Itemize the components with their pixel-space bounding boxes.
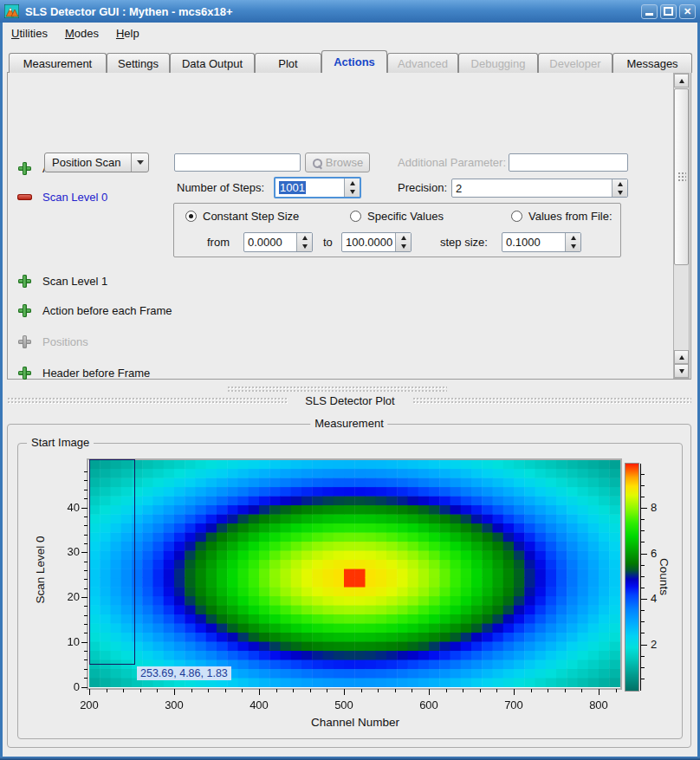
arrow-down-icon — [679, 369, 684, 374]
spin-down-icon[interactable] — [297, 243, 312, 252]
close-button[interactable]: ✕ — [679, 4, 696, 19]
menu-utilities[interactable]: Utilities — [3, 24, 56, 42]
splitter-handle[interactable] — [227, 386, 447, 392]
spin-up-icon[interactable] — [566, 233, 580, 243]
spin-up-icon[interactable] — [396, 233, 411, 243]
scan-level-0-row[interactable]: Scan Level 0 — [17, 191, 107, 204]
additional-parameter-input[interactable] — [509, 153, 628, 172]
scan-mode-dropdown-button[interactable] — [131, 153, 148, 172]
y-minor-tick — [84, 579, 88, 580]
x-minor-tick — [463, 689, 463, 692]
colorbar-major-tick — [640, 508, 647, 509]
action-before-frame-row[interactable]: Action before each Frame — [18, 304, 172, 317]
tab-advanced[interactable]: Advanced — [387, 53, 458, 73]
tab-settings[interactable]: Settings — [107, 53, 170, 73]
chevron-down-icon — [137, 160, 144, 165]
radio-checked-icon[interactable] — [185, 211, 197, 222]
spin-up-icon[interactable] — [612, 179, 627, 188]
precision-spinbox[interactable]: 2 — [451, 179, 628, 198]
spin-down-icon[interactable] — [566, 243, 580, 252]
x-minor-tick — [123, 689, 124, 692]
radio-unchecked-icon[interactable] — [350, 211, 361, 222]
x-major-tick — [344, 689, 345, 695]
y-minor-tick — [84, 525, 88, 526]
colorbar-minor-tick — [640, 485, 645, 486]
colorbar-minor-tick — [640, 576, 645, 577]
colorbar-minor-tick — [640, 656, 645, 657]
heatmap-canvas[interactable] — [88, 460, 620, 688]
actions-scrollbar[interactable] — [673, 73, 690, 379]
header-before-frame-row[interactable]: Header before Frame — [18, 367, 150, 380]
from-spin-buttons[interactable] — [296, 233, 312, 251]
colorbar-tick-label: 6 — [651, 547, 668, 560]
radio-constant-label: Constant Step Size — [203, 210, 299, 223]
colorbar-canvas — [625, 464, 638, 691]
step-size-label: step size: — [440, 236, 488, 249]
x-tick-label: 200 — [68, 698, 111, 711]
num-steps-spinbox[interactable]: 1001 — [274, 177, 361, 198]
spin-up-icon[interactable] — [345, 179, 360, 188]
measurement-title: Measurement — [310, 417, 387, 430]
y-minor-tick — [84, 678, 88, 679]
y-minor-tick — [84, 498, 88, 499]
tab-debugging[interactable]: Debugging — [458, 53, 538, 73]
y-minor-tick — [84, 570, 88, 571]
expand-plus-disabled-icon — [18, 335, 31, 348]
to-spinbox[interactable]: 100.0000 — [341, 232, 412, 252]
cursor-readout: 253.69, 4.86, 1.83 — [137, 666, 231, 680]
scroll-down-button[interactable] — [674, 364, 689, 378]
spin-down-icon[interactable] — [612, 188, 627, 197]
expand-plus-icon[interactable] — [18, 275, 31, 288]
y-minor-tick — [84, 615, 88, 616]
tab-messages[interactable]: Messages — [612, 53, 692, 73]
radio-values-from-file[interactable]: Values from File: — [511, 210, 612, 223]
num-steps-spin-buttons[interactable] — [344, 179, 360, 197]
scroll-up-button-2[interactable] — [674, 350, 689, 364]
spin-down-icon[interactable] — [396, 243, 411, 252]
collapse-minus-icon[interactable] — [17, 194, 32, 200]
radio-unchecked-icon[interactable] — [511, 211, 522, 222]
scan-mode-select[interactable]: Position Scan — [44, 153, 149, 172]
x-tick-label: 400 — [237, 698, 281, 711]
expand-plus-icon[interactable] — [18, 304, 31, 317]
scrollbar-thumb[interactable] — [674, 88, 689, 265]
to-spin-buttons[interactable] — [395, 233, 411, 251]
spin-up-icon[interactable] — [297, 233, 312, 243]
step-size-spin-buttons[interactable] — [565, 233, 580, 251]
y-tick-label: 30 — [50, 545, 80, 558]
scroll-up-button[interactable] — [674, 74, 689, 88]
tab-actions[interactable]: Actions — [321, 50, 387, 73]
positions-row[interactable]: Positions — [18, 335, 88, 348]
step-size-spinbox[interactable]: 0.1000 — [502, 232, 581, 252]
scan-file-input[interactable] — [174, 153, 301, 172]
tab-data-output[interactable]: Data Output — [170, 53, 255, 73]
menu-modes[interactable]: Modes — [56, 24, 107, 42]
colorbar-minor-tick — [640, 610, 645, 611]
from-label: from — [207, 236, 230, 249]
tab-measurement[interactable]: Measurement — [9, 53, 107, 73]
radio-file-label: Values from File: — [528, 210, 612, 223]
app-window: SLS Detector GUI : Mythen - mcs6x18+ ✕ U… — [0, 0, 700, 760]
minimize-button[interactable] — [641, 4, 658, 19]
actions-panel: Action at Start Scan Level 0 Position Sc… — [7, 72, 691, 380]
tab-developer[interactable]: Developer — [538, 53, 612, 73]
colorbar-title: Counts — [658, 525, 671, 629]
magnifier-icon — [312, 158, 322, 168]
browse-button[interactable]: Browse — [305, 153, 370, 172]
scan-level-1-row[interactable]: Scan Level 1 — [18, 275, 107, 288]
menu-help[interactable]: Help — [107, 24, 148, 42]
expand-plus-icon[interactable] — [18, 367, 31, 380]
x-axis-title: Channel Number — [217, 716, 494, 729]
radio-constant-step[interactable]: Constant Step Size — [185, 210, 299, 223]
maximize-button[interactable] — [660, 4, 677, 19]
from-spinbox[interactable]: 0.0000 — [243, 232, 313, 252]
x-tick-label: 300 — [152, 698, 196, 711]
tab-plot[interactable]: Plot — [255, 53, 321, 73]
precision-spin-buttons[interactable] — [612, 179, 627, 197]
title-bar[interactable]: SLS Detector GUI : Mythen - mcs6x18+ ✕ — [0, 0, 700, 23]
colorbar-tick-label: 2 — [651, 638, 668, 651]
expand-plus-icon[interactable] — [18, 162, 31, 175]
zoom-selection-rect — [89, 459, 135, 665]
spin-down-icon[interactable] — [345, 188, 360, 198]
radio-specific-values[interactable]: Specific Values — [350, 210, 444, 223]
